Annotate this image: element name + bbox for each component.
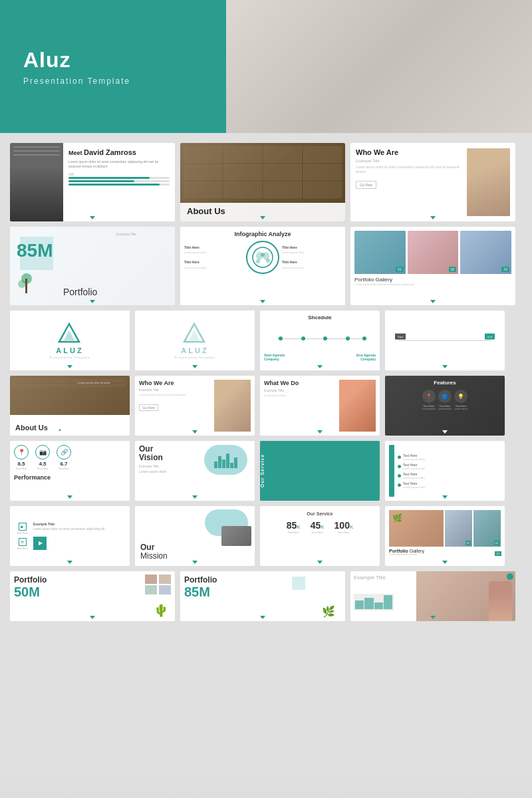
whatwedo-photo: [339, 380, 376, 432]
profile-photo: [10, 143, 63, 221]
slide-indicator: [430, 216, 436, 219]
brand-title: Aluz: [23, 48, 203, 72]
skill-bar-1: [68, 177, 170, 179]
service-item-content-3: Text Here Lorem ipsum dolor: [403, 472, 425, 479]
slide-footer: [260, 616, 265, 619]
slide-footer: [90, 216, 95, 219]
bottom-fade: [0, 771, 532, 798]
schedule-detail-slide[interactable]: End Start: [385, 311, 505, 370]
cloud-shape: [204, 445, 247, 475]
ourservice-vertical-slide[interactable]: Our Service: [260, 441, 380, 501]
gallery-img-3: 03: [460, 231, 511, 274]
what-we-do-slide[interactable]: What We Do Example Title Lorem ipsum dol…: [260, 376, 380, 436]
service-text-4: Lorem ipsum dolor: [403, 485, 425, 489]
performance-slide[interactable]: 📍 8.5 Text Here 📷 4.5 Text Here 🔗 6.7 Te…: [10, 441, 130, 501]
service-stats-slide[interactable]: Our Service 85K Text Here 45K Text Here …: [260, 506, 380, 566]
play-icon: ▶: [39, 540, 43, 546]
service-items-slide[interactable]: Text Here Lorem ipsum dolor Text Here Lo…: [385, 441, 505, 501]
aluz-triangle-svg: [58, 322, 81, 345]
plant-icon-r7: 🌿: [322, 605, 335, 618]
portfolio-slide[interactable]: 85M Portfolio Example Title: [10, 227, 175, 305]
portfolio-gallery-slide[interactable]: 01 02 03 Portfolio Gallery Lorem ipsum d…: [350, 227, 515, 305]
small-icons-slide[interactable]: ▶ Text Here ✉ Text Here Example Title Lo…: [10, 506, 130, 566]
svg-point-1: [18, 280, 26, 288]
who-small-text: Lorem ipsum dolor sit amet consectetur: [139, 393, 211, 397]
perf-label-1: Text Here: [14, 467, 29, 470]
slide-footer: [430, 616, 436, 619]
about-small-slide[interactable]: Lorem ipsum dolor sit amet About Us ▲: [10, 376, 130, 436]
perf-icon-1: 📍: [14, 445, 29, 460]
skill-label: Skill: [68, 173, 170, 176]
profile-name: Meet David Zamross: [68, 148, 170, 157]
portfolio-r7-3-content: Example Title: [354, 575, 394, 610]
slide-indicator: [192, 430, 198, 434]
mission-slide[interactable]: OurMission: [135, 506, 255, 566]
infographic-inner: Infographic Analyze Title Here Lorem ips…: [180, 227, 345, 305]
whatwedo-inner: What We Do Example Title Lorem ipsum dol…: [260, 376, 380, 436]
gallery-row5-slide[interactable]: 🌿 01 02 Portfolio Gallery Lorem ipsum do…: [385, 506, 505, 566]
perf-num-1: 8.5: [14, 461, 29, 467]
slide-footer: [430, 216, 436, 219]
slide-indicator: [442, 561, 448, 564]
aluz-logo-slide-1[interactable]: ALUZ Presentation Template: [10, 311, 130, 370]
who-photo-inner: [467, 148, 510, 216]
whatwedo-example: Example Title: [264, 388, 336, 392]
end-box: End: [485, 334, 495, 340]
features-slide[interactable]: Features 📍 Text Here Lorem ipsum 🔵 Text …: [385, 376, 505, 436]
perf-label-2: Text Here: [35, 467, 50, 470]
who-small-example: Example Title: [139, 388, 211, 392]
gallery-img-2: 02: [408, 231, 459, 274]
slide-inner: Meet David Zamross Lorem ipsum dolor sit…: [10, 143, 175, 221]
service-stats-title: Our Service: [265, 511, 374, 516]
skill-bar-2: [68, 180, 170, 182]
teal-accent: [292, 577, 305, 590]
profile-slide[interactable]: Meet David Zamross Lorem ipsum dolor sit…: [10, 143, 175, 221]
about-small-inner: Lorem ipsum dolor sit amet About Us ▲: [10, 376, 130, 436]
woman-photo-bg: [416, 571, 515, 621]
slide-footer: [192, 561, 198, 564]
vision-title: OurVision: [139, 445, 201, 462]
schedule-detail-content: End Start: [389, 315, 501, 366]
slide-row-6: ▶ Text Here ✉ Text Here Example Title Lo…: [10, 506, 522, 566]
slide-footer: [192, 495, 198, 499]
small-icon-sq-1: ▶: [19, 523, 27, 531]
whatwedo-text: Lorem ipsum dolor: [264, 394, 336, 398]
schedule-title: Shcedule: [264, 315, 376, 321]
window-bar: [13, 379, 41, 382]
play-button[interactable]: ▶: [33, 537, 47, 550]
perf-num-2: 4.5: [35, 461, 50, 467]
start-box: Start: [395, 334, 406, 340]
slide-footer: [260, 216, 265, 219]
aluz-triangle-svg-2: [183, 322, 206, 345]
slide-row-4: Lorem ipsum dolor sit amet About Us ▲ Wh…: [10, 376, 522, 436]
portfolio-r7-3-inner: Example Title: [350, 571, 515, 621]
svg-point-3: [253, 247, 273, 267]
stat-num-1: 85K: [287, 520, 301, 531]
small-icon-item-2: ✉ Text Here: [14, 538, 31, 550]
service-item-content: Text Here Lorem ipsum dolor: [403, 454, 425, 461]
small-icon-col: ▶ Text Here ✉ Text Here: [14, 510, 31, 562]
portfolio-r7-3[interactable]: Example Title: [350, 571, 515, 621]
gallery-r5-title: Portfolio Gallery: [389, 549, 501, 553]
chart-bar-3: [222, 460, 225, 468]
schedule-slide[interactable]: Shcedule Start Agenda Company End Agenda…: [260, 311, 380, 370]
small-icon-item-1: ▶ Text Here: [14, 523, 31, 535]
chart-bar-2: [218, 456, 221, 468]
ourservice-vert-text: Our Service: [260, 454, 265, 487]
window-bar: [263, 164, 302, 181]
portfolio-r7-2[interactable]: Portfolio 85M 🌿: [180, 571, 345, 621]
infographic-slide[interactable]: Infographic Analyze Title Here Lorem ips…: [180, 227, 345, 305]
who-btn[interactable]: Go View: [356, 181, 376, 189]
schedule-detail-inner: End Start: [385, 311, 505, 370]
portfolio-r7-1[interactable]: Portfolio 50M 🌵: [10, 571, 175, 621]
who-small-btn[interactable]: Go View: [139, 404, 158, 411]
infographic-item-text-r2: Lorem ipsum dolor: [282, 266, 341, 270]
vision-slide[interactable]: OurVision Example Title Lorem ipsum dolo…: [135, 441, 255, 501]
about-us-slide[interactable]: About Us: [180, 143, 345, 221]
who-we-are-slide[interactable]: Who We Are Example Title Lorem ipsum dol…: [350, 143, 515, 221]
portfolio-label: Portfolio: [63, 287, 97, 297]
aluz-logo-slide-2[interactable]: ALUZ Presentation Template: [135, 311, 255, 370]
svg-rect-2: [25, 279, 27, 293]
who-small-slide[interactable]: Who We Are Example Title Lorem ipsum dol…: [135, 376, 255, 436]
slide-indicator: [317, 561, 323, 564]
